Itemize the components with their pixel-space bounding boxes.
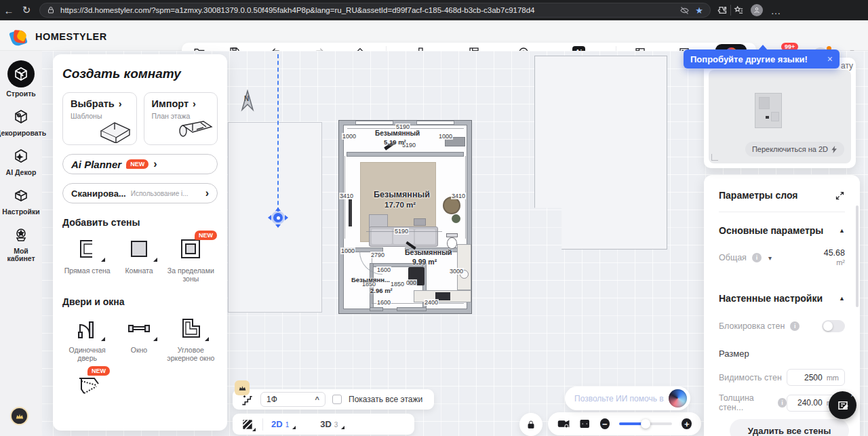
ai-assistant-input[interactable] [574, 394, 665, 403]
tooltip-close-icon[interactable]: × [827, 54, 833, 64]
chevron-down-icon[interactable]: ▾ [768, 254, 772, 262]
tab-2d[interactable]: 2D 1 [271, 419, 294, 429]
room-name[interactable]: Безымянный [375, 130, 420, 137]
collections-icon[interactable] [734, 5, 744, 16]
room-name[interactable]: Безымянный [405, 248, 452, 256]
room-area: 2.96 m² [370, 287, 393, 294]
feedback-close-icon[interactable]: × [851, 391, 855, 399]
decorate-icon [11, 106, 31, 127]
homestyler-logo-icon [11, 28, 28, 46]
ai-planner-label: Ai Planner [71, 159, 121, 170]
info-icon[interactable]: i [790, 321, 800, 331]
sidebar-item-build[interactable]: Строить [0, 60, 42, 98]
room-name[interactable]: Безымянный [374, 190, 430, 199]
sofa-chaise[interactable] [369, 214, 388, 228]
window-segment[interactable] [416, 121, 454, 125]
tv-unit[interactable] [349, 199, 352, 226]
tracking-prevention-icon[interactable] [679, 5, 690, 16]
choose-template-card[interactable]: Выбрать› Шаблоны [62, 92, 137, 145]
toilet[interactable] [447, 237, 457, 249]
room-item[interactable]: Комната [114, 236, 163, 275]
total-area-label: Общая [719, 253, 747, 262]
collapse-caret-icon[interactable]: ▲ [839, 295, 845, 302]
lock-view-button[interactable] [519, 413, 542, 436]
zoom-slider[interactable] [619, 422, 672, 425]
sidebar-item-ai-decor[interactable]: AI Декор [0, 146, 42, 176]
dim-label: 2400 [424, 299, 439, 306]
single-door-item[interactable]: Одиночная дверь [62, 315, 112, 362]
wall-visibility-label: Видимость стен [719, 373, 782, 382]
room-name[interactable]: Безымянн... [351, 276, 390, 283]
scan-sub: Использование i... [131, 190, 201, 197]
minimap-viewport[interactable]: Переключиться на 2D [709, 70, 851, 163]
brand-name: HOMESTYLER [35, 31, 107, 42]
import-floorplan-card[interactable]: Импорт› План этажа [144, 92, 218, 145]
tab-3d[interactable]: 3D 3 [320, 419, 343, 429]
expand-panel-icon[interactable] [835, 191, 845, 201]
delete-all-walls-button[interactable]: Удалить все стены [730, 419, 849, 436]
show-all-floors-checkbox[interactable] [332, 395, 342, 404]
zoom-in-button[interactable]: + [682, 418, 692, 429]
bookmark-star-icon[interactable]: ★ [695, 5, 703, 16]
move-gizmo[interactable] [270, 210, 286, 226]
north-compass: N [237, 90, 258, 114]
browser-bar: ← ↻ https://3d.homestyler.com/?spm=a1zmx… [0, 0, 868, 20]
balcony-wall[interactable] [347, 153, 463, 156]
sidebar-item-settings[interactable]: Настройки [0, 185, 42, 216]
browser-reload-button[interactable]: ↻ [18, 4, 35, 16]
membership-crown-button[interactable] [10, 407, 28, 425]
sidebar-item-decorate[interactable]: Декорировать [0, 106, 42, 137]
browser-menu-button[interactable]: … [767, 5, 785, 16]
chevron-right-icon: › [119, 98, 122, 109]
settings-cube-icon [11, 185, 31, 205]
dropdown-corner [153, 337, 157, 341]
minimap-plan-block [759, 97, 770, 109]
bathroom-wall[interactable] [397, 308, 426, 311]
wall-thickness-label: Толщина стен... [719, 393, 772, 412]
panel-scrollbar[interactable] [856, 205, 859, 307]
sidebar-item-my-cabinet[interactable]: Мой кабинет [0, 224, 42, 262]
resize-handle[interactable] [711, 154, 718, 161]
address-bar[interactable]: https://3d.homestyler.com/?spm=a1zmxy.30… [39, 3, 711, 18]
kitchen-counter-right[interactable] [457, 244, 471, 290]
straight-wall-item[interactable]: Прямая стена [62, 236, 112, 275]
coffee-table[interactable] [414, 218, 426, 226]
zoom-out-button[interactable]: − [600, 418, 610, 429]
minimap-panel[interactable]: Переключиться на 2D [704, 58, 856, 168]
dropdown-corner [101, 337, 105, 341]
pergola-item[interactable]: NEW [62, 372, 114, 397]
wall-visibility-input[interactable] [793, 373, 823, 382]
blueprint-icon [176, 116, 214, 143]
room-area: 5.19 m² [384, 138, 406, 146]
corner-bay-window-item[interactable]: Угловое эркерное окно [166, 315, 216, 362]
info-icon[interactable]: i [752, 253, 762, 262]
ai-planner-button[interactable]: Ai Planner NEW › [62, 154, 218, 174]
plant[interactable] [452, 214, 460, 223]
ai-orb-icon[interactable] [669, 389, 687, 408]
switch-to-2d-button[interactable]: Переключиться на 2D [745, 142, 844, 157]
browser-back-button[interactable]: ← [0, 5, 18, 16]
extensions-icon[interactable] [717, 5, 728, 16]
floor-crown-icon [235, 380, 250, 395]
window-segment[interactable] [355, 121, 393, 125]
collapse-caret-icon[interactable]: ▲ [839, 227, 845, 234]
zoom-slider-knob[interactable] [641, 419, 650, 429]
layer-pattern-button[interactable] [241, 418, 254, 431]
window-item[interactable]: Окно [114, 315, 163, 354]
fit-view-icon[interactable] [579, 418, 590, 430]
show-all-floors-label: Показать все этажи [349, 395, 422, 404]
floor-select[interactable]: 1Ф ^ [260, 392, 326, 407]
lock-walls-toggle[interactable] [822, 320, 845, 332]
visibility-unit: mm [827, 374, 839, 382]
camera-view-icon[interactable] [557, 418, 570, 430]
info-icon[interactable]: i [778, 398, 786, 408]
wall-thickness-input[interactable] [793, 398, 823, 408]
feedback-button[interactable]: × [829, 391, 856, 419]
bathroom-wall[interactable] [370, 308, 382, 311]
browser-profile-avatar[interactable] [751, 4, 763, 16]
occluded-text-fragment: ату [841, 61, 863, 71]
layer-panel-title: Параметры слоя [719, 190, 797, 201]
scan-button[interactable]: Сканирова... Использование i... › [62, 183, 218, 203]
outside-zone-item[interactable]: NEW За пределами зоны [166, 236, 216, 283]
dropdown-corner [205, 337, 209, 341]
